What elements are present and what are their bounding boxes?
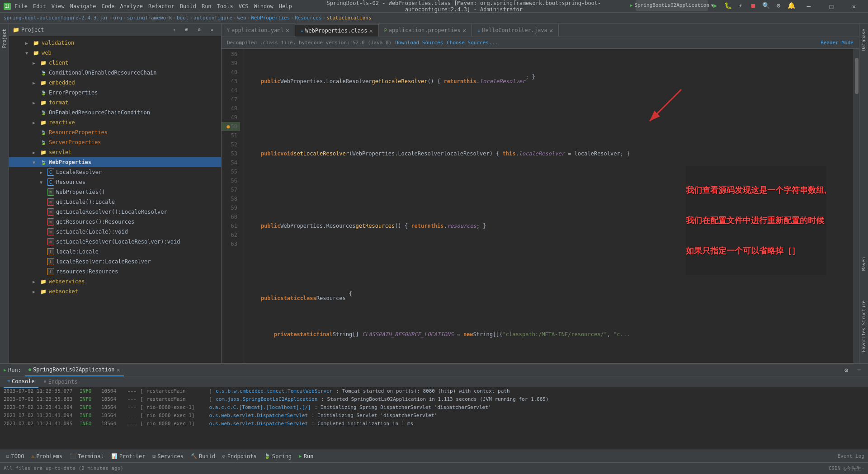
- toolbar-terminal[interactable]: ⬛ Terminal: [67, 451, 107, 461]
- tab-application-yaml[interactable]: Y application.yaml ✕: [222, 24, 295, 37]
- menu-navigate[interactable]: Navigate: [70, 3, 96, 9]
- breadcrumb-webproperties[interactable]: WebProperties: [251, 15, 290, 21]
- menu-view[interactable]: View: [52, 3, 65, 9]
- tab-close-hello[interactable]: ✕: [549, 27, 553, 34]
- menu-file[interactable]: File: [14, 3, 28, 9]
- tab-hellocontroller[interactable]: ☕ HelloController.java ✕: [472, 24, 559, 37]
- profile-button[interactable]: ⚡: [735, 0, 746, 11]
- project-scroll-top[interactable]: ↑: [169, 24, 179, 35]
- editor-scrollbar[interactable]: [854, 49, 859, 363]
- toolbar-run[interactable]: ▶ Run: [296, 451, 316, 461]
- menu-edit[interactable]: Edit: [33, 3, 46, 9]
- breadcrumb-resources[interactable]: Resources: [295, 15, 322, 21]
- panel-close[interactable]: ─: [854, 365, 864, 375]
- project-expand[interactable]: ⊞: [181, 24, 192, 35]
- toolbar-spring[interactable]: 🍃 Spring: [261, 451, 294, 461]
- maximize-button[interactable]: □: [821, 0, 842, 13]
- debug-button[interactable]: 🐛: [722, 0, 733, 11]
- code-content[interactable]: public WebProperties.LocaleResolver getL…: [244, 49, 854, 363]
- favorites-tab[interactable]: Favorites: [860, 326, 867, 354]
- breadcrumb-org[interactable]: org: [113, 15, 122, 21]
- close-button[interactable]: ✕: [844, 0, 864, 13]
- choose-sources-link[interactable]: Choose Sources...: [447, 40, 498, 46]
- tree-item-serverprops[interactable]: ▶ 🍃 ServerProperties: [9, 137, 221, 147]
- tree-item-resourceprops[interactable]: ▶ 🍃 ResourceProperties: [9, 127, 221, 137]
- endpoints-sub-tab[interactable]: ⊕ Endpoints: [40, 375, 81, 388]
- toolbar-services[interactable]: ⊞ Services: [150, 451, 186, 461]
- tree-item-errorprops[interactable]: ▶ 🍃 ErrorProperties: [9, 88, 221, 98]
- tab-close-webprops[interactable]: ✕: [369, 27, 373, 34]
- tree-item-setlocale[interactable]: ▶ m setLocale(Locale):void: [9, 227, 221, 237]
- tree-item-onerrc[interactable]: ▶ 🍃 OnEnabledResourceChainCondition: [9, 108, 221, 117]
- tree-item-conditionalreschain[interactable]: ▶ 🍃 ConditionalOnEnabledResourceChain: [9, 68, 221, 78]
- tree-item-webservices[interactable]: ▶ 📁 webservices: [9, 277, 221, 286]
- tree-item-resources-field[interactable]: ▶ f resources:Resources: [9, 267, 221, 277]
- toolbar-todo[interactable]: ☑ TODO: [4, 451, 27, 461]
- menu-analyze[interactable]: Analyze: [120, 3, 143, 9]
- breadcrumb-web[interactable]: web: [237, 15, 246, 21]
- tree-item-websocket[interactable]: ▶ 📁 websocket: [9, 286, 221, 296]
- event-log-link[interactable]: Event Log: [837, 453, 864, 459]
- breadcrumb-staticlocations[interactable]: staticLocations: [326, 15, 371, 21]
- menu-run[interactable]: Run: [202, 3, 212, 9]
- tree-item-format[interactable]: ▶ 📁 format: [9, 98, 221, 108]
- tree-item-localeresolver-field[interactable]: ▶ f localeResolver:LocaleResolver: [9, 257, 221, 267]
- menu-vcs[interactable]: VCS: [239, 3, 249, 9]
- run-config-selector[interactable]: ▶ SpringBootLs02Application ▼: [636, 0, 708, 11]
- tree-label: WebProperties: [49, 159, 91, 165]
- tab-close-yaml[interactable]: ✕: [286, 27, 289, 34]
- tree-item-setlocaleresolver[interactable]: ▶ m setLocaleResolver(LocaleResolver):vo…: [9, 237, 221, 247]
- project-close[interactable]: ✕: [207, 24, 217, 35]
- tree-item-getlocaleresolver[interactable]: ▶ m getLocaleResolver():LocaleResolver: [9, 207, 221, 217]
- breadcrumb-autoconfigure[interactable]: autoconfigure: [193, 15, 232, 21]
- tree-item-web[interactable]: ▼ 📁 web: [9, 48, 221, 58]
- breadcrumb-jar[interactable]: spring-boot-autoconfigure-2.4.3.jar: [4, 15, 108, 21]
- project-tab[interactable]: Project: [1, 27, 8, 50]
- maven-tab[interactable]: Maven: [860, 255, 867, 272]
- menu-code[interactable]: Code: [102, 3, 115, 9]
- tree-item-getlocale[interactable]: ▶ m getLocale():Locale: [9, 197, 221, 207]
- tree-item-webprops[interactable]: ▼ 🍃 WebProperties: [9, 157, 221, 167]
- tab-close-props[interactable]: ✕: [462, 27, 466, 34]
- menu-help[interactable]: Help: [279, 3, 292, 9]
- toolbar-endpoints[interactable]: ⊕ Endpoints: [220, 451, 259, 461]
- field-icon: f: [47, 268, 54, 275]
- tab-application-props[interactable]: P application.properties ✕: [379, 24, 472, 37]
- breadcrumb-springframework[interactable]: springframework: [127, 15, 172, 21]
- breadcrumb-boot[interactable]: boot: [177, 15, 189, 21]
- panel-settings[interactable]: ⚙: [841, 365, 852, 375]
- menu-tools[interactable]: Tools: [217, 3, 233, 9]
- project-settings[interactable]: ⚙: [194, 24, 205, 35]
- toolbar-profiler[interactable]: 📊 Profiler: [108, 451, 148, 461]
- tree-item-getresources[interactable]: ▶ m getResources():Resources: [9, 217, 221, 227]
- tree-item-servlet[interactable]: ▶ 📁 servlet: [9, 147, 221, 157]
- reader-mode-link[interactable]: Reader Mode: [821, 40, 854, 46]
- run-button[interactable]: ▶: [710, 0, 721, 11]
- console-sub-tab[interactable]: ≡ Console: [4, 375, 38, 388]
- tree-item-validation[interactable]: ▶ 📁 validation: [9, 38, 221, 48]
- tree-item-resources[interactable]: ▼ C Resources: [9, 177, 221, 187]
- tree-item-localeresolver[interactable]: ▶ C LocaleResolver: [9, 167, 221, 177]
- tree-item-reactive[interactable]: ▶ 📁 reactive: [9, 117, 221, 127]
- tab-close-run[interactable]: ✕: [117, 366, 120, 373]
- toolbar-problems[interactable]: ⚠ Problems: [29, 451, 65, 461]
- database-tab[interactable]: Database: [860, 27, 867, 52]
- structure-tab[interactable]: Structure: [860, 299, 867, 327]
- tab-run-config[interactable]: ● SpringBootLs02Application ✕: [25, 364, 124, 376]
- tree-item-constructor[interactable]: ▶ m WebProperties(): [9, 187, 221, 197]
- search-everywhere[interactable]: 🔍: [760, 0, 771, 11]
- tree-item-embedded[interactable]: ▶ 📁 embedded: [9, 78, 221, 88]
- notifications[interactable]: 🔔: [786, 0, 797, 11]
- menu-build[interactable]: Build: [180, 3, 196, 9]
- scrollbar-thumb[interactable]: [855, 58, 859, 94]
- settings-button[interactable]: ⚙: [773, 0, 784, 11]
- tab-webproperties[interactable]: ☕ WebProperties.class ✕: [295, 24, 379, 37]
- menu-window[interactable]: Window: [254, 3, 273, 9]
- minimize-button[interactable]: ─: [798, 0, 819, 13]
- tree-item-locale-field[interactable]: ▶ f locale:Locale: [9, 247, 221, 257]
- toolbar-build[interactable]: 🔨 Build: [188, 451, 218, 461]
- menu-refactor[interactable]: Refactor: [148, 3, 175, 9]
- stop-button[interactable]: ■: [748, 0, 759, 11]
- download-sources-link[interactable]: Download Sources: [395, 40, 443, 46]
- tree-item-client[interactable]: ▶ 📁 client: [9, 58, 221, 68]
